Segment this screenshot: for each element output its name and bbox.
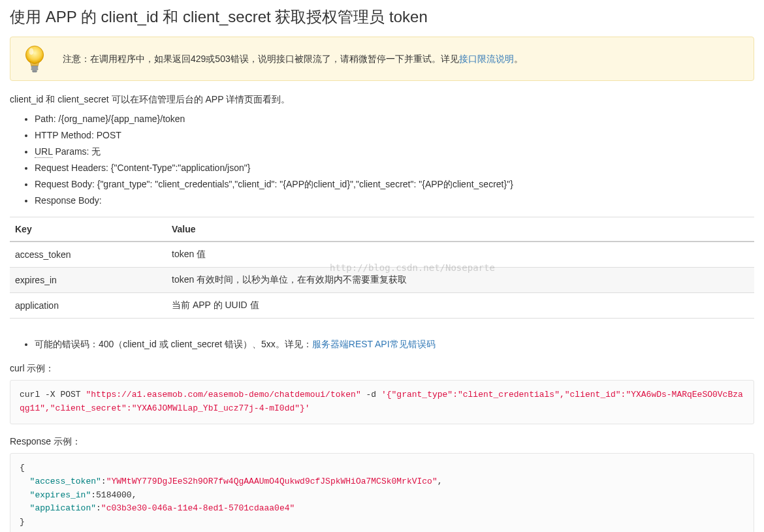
table-row: expires_intoken 有效时间，以秒为单位，在有效期内不需要重复获取 [10,268,754,293]
svg-rect-2 [31,68,38,70]
detail-item: Request Body: {"grant_type": "client_cre… [35,178,754,191]
resp-v2: 5184000 [96,490,132,500]
detail-item: URL Params: 无 [35,145,754,159]
svg-point-4 [29,48,33,55]
curl-code-block: curl -X POST "https://a1.easemob.com/eas… [10,380,754,424]
svg-rect-3 [33,70,37,72]
resp-open: { [20,463,25,473]
detail-item: HTTP Method: POST [35,129,754,142]
response-body-table: Key Value access_tokentoken 值expires_int… [10,217,754,319]
response-example-label: Response 示例： [10,436,754,448]
curl-mid: -d [361,390,381,399]
page-title: 使用 APP 的 client_id 和 client_secret 获取授权管… [10,7,754,27]
resp-close: } [20,517,25,527]
resp-k1: "access_token" [30,477,101,486]
table-cell-key: expires_in [10,268,167,293]
resp-k3: "application" [30,503,96,513]
rate-limit-link[interactable]: 接口限流说明 [459,54,514,64]
detail-list: Path: /{org_name}/{app_name}/tokenHTTP M… [10,112,754,208]
table-cell-value: token 有效时间，以秒为单位，在有效期内不需要重复获取 [167,268,754,293]
detail-item: Request Headers: {"Content-Type":"applic… [35,161,754,175]
error-code-list: 可能的错误码：400（client_id 或 client_secret 错误）… [10,337,754,351]
table-cell-value: 当前 APP 的 UUID 值 [167,293,754,319]
error-code-link[interactable]: 服务器端REST API常见错误码 [312,339,436,349]
response-code-block: { "access_token":"YWMtWY779DgJEeS2h9OR7f… [10,453,754,532]
notice-text-prefix: 注意：在调用程序中，如果返回429或503错误，说明接口被限流了，请稍微暂停一下… [63,54,459,64]
notice-box: 注意：在调用程序中，如果返回429或503错误，说明接口被限流了，请稍微暂停一下… [10,37,754,81]
table-row: access_tokentoken 值 [10,242,754,268]
svg-rect-1 [31,66,38,68]
table-row: application当前 APP 的 UUID 值 [10,293,754,319]
curl-example-label: curl 示例： [10,363,754,375]
resp-k2: "expires_in" [30,490,91,500]
lightbulb-icon [21,44,48,74]
table-header-key: Key [10,217,167,242]
curl-cmd: curl -X POST [20,390,86,399]
resp-v3: "c03b3e30-046a-11e4-8ed1-5701cdaaa0e4" [101,503,294,513]
notice-text-suffix: 。 [514,54,523,64]
table-cell-key: access_token [10,242,167,268]
error-code-prefix: 可能的错误码：400（client_id 或 client_secret 错误）… [35,339,312,349]
table-cell-key: application [10,293,167,319]
table-header-value: Value [167,217,754,242]
detail-item: Response Body: [35,194,754,208]
resp-v1: "YWMtWY779DgJEeS2h9OR7fw4QgAAAUmO4Qukwd9… [106,477,438,486]
intro-text: client_id 和 client_secret 可以在环信管理后台的 APP… [10,94,754,106]
curl-url: "https://a1.easemob.com/easemob-demo/cha… [86,390,360,399]
detail-item: Path: /{org_name}/{app_name}/token [35,112,754,126]
table-cell-value: token 值 [167,242,754,268]
svg-point-0 [25,46,43,63]
